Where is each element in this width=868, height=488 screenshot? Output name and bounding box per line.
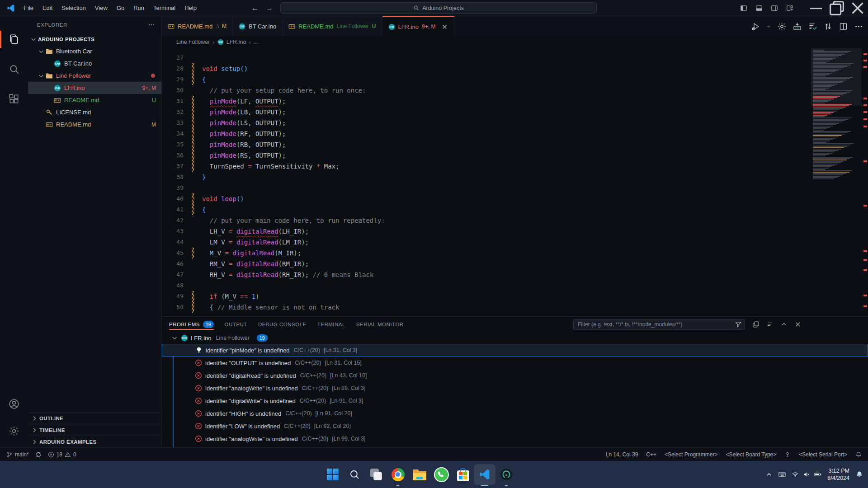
code-line-27[interactable]: 27 xyxy=(162,52,868,63)
status--lt-select-board-type-gt-[interactable]: <Select Board Type> xyxy=(726,451,776,458)
activity-settings[interactable] xyxy=(0,419,28,443)
panel-tab-debug-console[interactable]: DEBUG CONSOLE xyxy=(258,317,307,332)
code-line-31[interactable]: 31 pinMode(LF, OUTPUT); xyxy=(162,96,868,107)
problem-row[interactable]: identifier "LOW" is undefinedC/C++(20)[L… xyxy=(162,420,868,432)
problem-row[interactable]: identifier "OUTPUT" is undefinedC/C++(20… xyxy=(162,357,868,369)
status-ln-14-col-39[interactable]: Ln 14, Col 39 xyxy=(606,451,638,458)
problems-status[interactable]: 19 0 xyxy=(48,451,76,458)
code-line-40[interactable]: 40void loop() xyxy=(162,193,868,204)
code-line-36[interactable]: 36 pinMode(RS, OUTPUT); xyxy=(162,150,868,161)
taskbar-clock[interactable]: 3:12 PM 8/4/2024 xyxy=(827,467,849,482)
close-panel-icon[interactable] xyxy=(794,321,802,328)
file-item-README.md[interactable]: README.mdU xyxy=(28,94,161,106)
status-c-[interactable]: C++ xyxy=(646,451,656,458)
taskbar-app-task-view[interactable] xyxy=(365,461,387,488)
code-line-41[interactable]: 41{ xyxy=(162,204,868,215)
panel-tab-problems[interactable]: PROBLEMS19 xyxy=(169,317,214,332)
code-line-35[interactable]: 35 pinMode(RB, OUTPUT); xyxy=(162,139,868,150)
panel-tab-terminal[interactable]: TERMINAL xyxy=(317,317,345,332)
taskbar-app-gitkraken[interactable] xyxy=(495,461,517,488)
command-center[interactable]: Arduino Projects xyxy=(280,2,597,14)
activity-explorer[interactable] xyxy=(0,24,28,54)
tab-LFR.ino[interactable]: LFR.ino9+, M xyxy=(382,16,455,36)
code-line-34[interactable]: 34 pinMode(RF, OUTPUT); xyxy=(162,128,868,139)
taskbar-app-whatsapp[interactable] xyxy=(430,461,452,488)
breadcrumb-folder[interactable]: Line Follower xyxy=(176,39,210,45)
code-line-42[interactable]: 42 // put your main code here, to run re… xyxy=(162,215,868,226)
workspace-root[interactable]: ARDUINO PROJECTS xyxy=(28,33,161,45)
problem-row[interactable]: identifier "digitalWrite" is undefinedC/… xyxy=(162,394,868,407)
run-dropdown-chevron-icon[interactable] xyxy=(766,24,771,29)
tray-chevron-up-icon[interactable] xyxy=(765,471,773,478)
code-line-46[interactable]: 46 RM_V = digitalRead(RM_IR); xyxy=(162,258,868,269)
taskbar-app-start[interactable] xyxy=(322,461,344,488)
taskbar-app-chrome[interactable] xyxy=(387,461,409,488)
code-line-43[interactable]: 43 LH_V = digitalRead(LH_IR); xyxy=(162,226,868,237)
activity-extensions[interactable] xyxy=(0,84,28,114)
menu-run[interactable]: Run xyxy=(129,3,148,13)
bell-icon[interactable] xyxy=(855,451,862,458)
close-tab-icon[interactable] xyxy=(441,23,448,30)
code-line-38[interactable]: 38} xyxy=(162,172,868,183)
toggle-panel-icon[interactable] xyxy=(753,2,765,14)
section-arduino-examples[interactable]: ARDUINO EXAMPLES xyxy=(28,436,161,447)
maximize-panel-icon[interactable] xyxy=(780,321,788,328)
taskbar-app-vscode[interactable] xyxy=(474,464,495,485)
breadcrumb-file[interactable]: LFR.ino xyxy=(226,39,246,45)
upload-icon[interactable] xyxy=(793,22,802,31)
code-line-37[interactable]: 37 TurnSpeed = TurnSensitivity * Max; xyxy=(162,161,868,172)
sync-icon[interactable] xyxy=(35,451,42,458)
problem-row[interactable]: identifier "pinMode" is undefinedC/C++(2… xyxy=(162,344,868,357)
code-line-30[interactable]: 30 // put your setup code here, to run o… xyxy=(162,85,868,96)
menu-selection[interactable]: Selection xyxy=(57,3,90,13)
customize-layout-icon[interactable] xyxy=(784,2,796,14)
status--lt-select-programmer-gt-[interactable]: <Select Programmer> xyxy=(665,451,717,458)
panel-tab-serial-monitor[interactable]: SERIAL MONITOR xyxy=(356,317,404,332)
file-item-Bluetooth Car[interactable]: Bluetooth Car xyxy=(28,45,161,57)
menu-go[interactable]: Go xyxy=(113,3,128,13)
minimize-button[interactable] xyxy=(806,0,826,16)
close-button[interactable] xyxy=(847,0,868,16)
menu-help[interactable]: Help xyxy=(180,3,201,13)
code-line-32[interactable]: 32 pinMode(LB, OUTPUT); xyxy=(162,107,868,117)
restore-button[interactable] xyxy=(826,0,847,16)
menu-edit[interactable]: Edit xyxy=(38,3,57,13)
problems-group-header[interactable]: LFR.ino Line Follower 19 xyxy=(162,332,868,344)
taskbar-app-search[interactable] xyxy=(344,461,365,488)
problem-row[interactable]: identifier "analogWrite" is undefinedC/C… xyxy=(162,382,868,394)
taskbar-app-ms-store[interactable] xyxy=(452,461,474,488)
quick-settings[interactable] xyxy=(792,471,821,478)
menu-view[interactable]: View xyxy=(91,3,112,13)
compare-icon[interactable] xyxy=(823,22,833,31)
more-icon[interactable] xyxy=(854,22,863,31)
filter-icon[interactable] xyxy=(735,321,742,328)
debug-run-icon[interactable] xyxy=(751,22,760,31)
breadcrumb-tail[interactable]: ... xyxy=(254,39,258,45)
code-line-29[interactable]: 29{ xyxy=(162,74,868,85)
breadcrumb[interactable]: Line Follower › LFR.ino › ... xyxy=(162,36,868,48)
code-line-45[interactable]: 45 M_V = digitalRead(M_IR); xyxy=(162,248,868,258)
code-line-44[interactable]: 44 LM_V = digitalRead(LM_IR); xyxy=(162,237,868,248)
file-item-Line Follower[interactable]: Line Follower xyxy=(28,70,161,82)
keyboard-icon[interactable] xyxy=(778,471,786,478)
collapse-all-icon[interactable] xyxy=(766,321,774,328)
problem-row[interactable]: identifier "HIGH" is undefinedC/C++(20)[… xyxy=(162,407,868,420)
forward-icon[interactable]: → xyxy=(266,4,273,12)
section-timeline[interactable]: TIMELINE xyxy=(28,424,161,436)
back-icon[interactable]: ← xyxy=(251,4,259,12)
file-item-README.md[interactable]: README.mdM xyxy=(28,118,161,131)
menu-file[interactable]: File xyxy=(20,3,38,13)
problem-row[interactable]: identifier "digitalRead" is undefinedC/C… xyxy=(162,369,868,382)
code-line-33[interactable]: 33 pinMode(LS, OUTPUT); xyxy=(162,117,868,128)
plug-icon[interactable] xyxy=(784,451,791,458)
problem-row[interactable]: identifier "analogWrite" is undefinedC/C… xyxy=(162,432,868,445)
status--lt-select-serial-port-gt-[interactable]: <Select Serial Port> xyxy=(799,451,847,458)
file-item-BT Car.ino[interactable]: BT Car.ino xyxy=(28,57,161,70)
tab-BT Car.ino[interactable]: BT Car.ino xyxy=(233,16,283,36)
section-outline[interactable]: OUTLINE xyxy=(28,412,161,424)
split-icon[interactable] xyxy=(839,22,848,31)
notifications-bell-icon[interactable] xyxy=(855,471,863,478)
views-more-actions-icon[interactable] xyxy=(148,21,155,28)
code-line-47[interactable]: 47 RH_V = digitalRead(RH_IR); // 0 means… xyxy=(162,269,868,280)
tab-README.md[interactable]: README.mdLine FollowerU xyxy=(283,16,382,36)
